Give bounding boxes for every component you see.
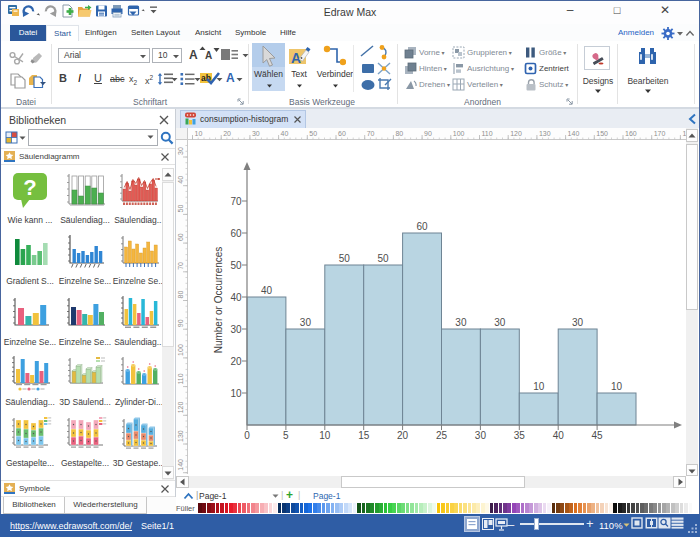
svg-text:140: 140: [568, 130, 580, 137]
svg-text:5: 5: [283, 430, 289, 441]
svg-text:70: 70: [367, 130, 375, 137]
svg-text:30: 30: [300, 317, 312, 328]
svg-text:20: 20: [223, 130, 231, 137]
svg-text:60: 60: [230, 228, 242, 239]
svg-text:40: 40: [261, 285, 273, 296]
svg-text:140: 140: [177, 459, 184, 471]
svg-text:10: 10: [611, 381, 623, 392]
svg-text:30: 30: [230, 324, 242, 335]
svg-text:15: 15: [358, 430, 370, 441]
svg-text:150: 150: [596, 130, 608, 137]
svg-text:35: 35: [514, 430, 526, 441]
svg-text:40: 40: [281, 130, 289, 137]
svg-text:120: 120: [510, 130, 522, 137]
svg-text:30: 30: [494, 317, 506, 328]
svg-text:A: A: [291, 50, 301, 66]
svg-text:50: 50: [177, 205, 184, 213]
svg-text:60: 60: [338, 130, 346, 137]
svg-text:20: 20: [397, 430, 409, 441]
svg-text:10: 10: [195, 130, 203, 137]
svg-text:80: 80: [177, 291, 184, 299]
svg-text:40: 40: [177, 176, 184, 184]
svg-text:60: 60: [416, 221, 428, 232]
svg-text:10: 10: [533, 381, 545, 392]
svg-text:90: 90: [424, 130, 432, 137]
svg-text:30: 30: [455, 317, 467, 328]
svg-text:130: 130: [177, 430, 184, 442]
svg-text:45: 45: [592, 430, 604, 441]
svg-text:120: 120: [177, 402, 184, 414]
svg-text:170: 170: [654, 130, 666, 137]
svg-text:50: 50: [378, 253, 390, 264]
svg-text:10: 10: [230, 388, 242, 399]
svg-text:40: 40: [230, 292, 242, 303]
svg-text:80: 80: [395, 130, 403, 137]
svg-text:50: 50: [230, 260, 242, 271]
svg-text:10: 10: [319, 430, 331, 441]
svg-text:110: 110: [482, 130, 493, 137]
svg-text:Number or Occurrences: Number or Occurrences: [213, 247, 224, 354]
svg-text:70: 70: [177, 262, 184, 270]
svg-text:100: 100: [453, 130, 465, 137]
svg-text:50: 50: [309, 130, 317, 137]
svg-text:160: 160: [625, 130, 637, 137]
svg-text:?: ?: [23, 175, 36, 200]
svg-text:30: 30: [572, 317, 584, 328]
svg-text:130: 130: [539, 130, 551, 137]
svg-text:20: 20: [230, 356, 242, 367]
svg-text:50: 50: [339, 253, 351, 264]
svg-text:25: 25: [436, 430, 448, 441]
svg-text:30: 30: [475, 430, 487, 441]
svg-text:40: 40: [553, 430, 565, 441]
svg-text:100: 100: [177, 344, 184, 356]
svg-text:110: 110: [177, 373, 184, 384]
svg-text:60: 60: [177, 233, 184, 241]
svg-text:30: 30: [252, 130, 260, 137]
svg-text:0: 0: [244, 430, 250, 441]
svg-text:30: 30: [177, 147, 184, 155]
svg-text:90: 90: [177, 319, 184, 327]
svg-text:70: 70: [230, 196, 242, 207]
